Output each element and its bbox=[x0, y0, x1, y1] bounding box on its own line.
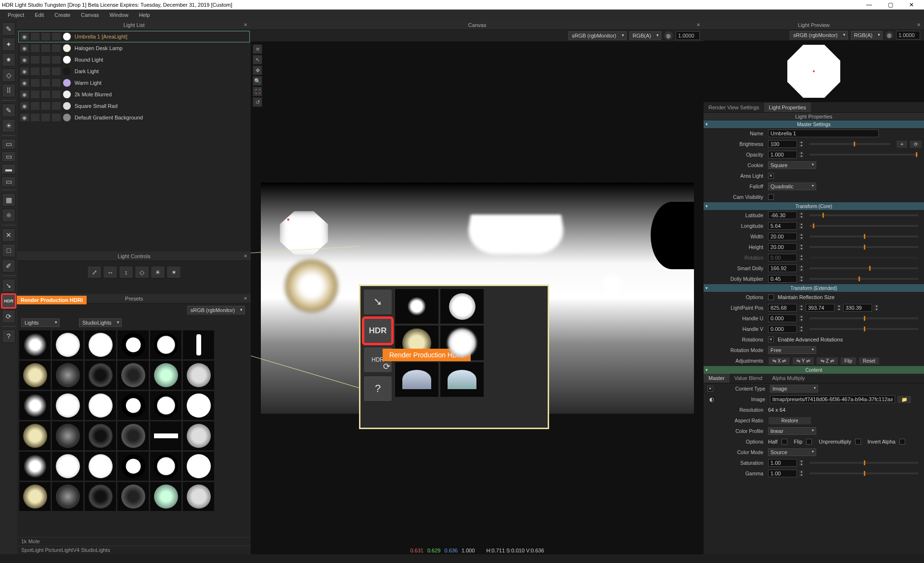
preset-thumb[interactable] bbox=[183, 482, 214, 511]
slider-handle-v[interactable] bbox=[809, 328, 918, 330]
spinner[interactable]: ▴▾ bbox=[799, 244, 804, 250]
subtab-alpha-multiply[interactable]: Alpha Multiply bbox=[767, 373, 809, 383]
callout-thumb[interactable] bbox=[440, 362, 484, 397]
canvas-colorspace-dropdown[interactable]: sRGB (rgbMonitor) bbox=[568, 31, 626, 40]
light-row[interactable]: 2k Mole Blurred bbox=[18, 89, 250, 100]
preset-thumb[interactable] bbox=[85, 330, 116, 359]
preview-channel-dropdown[interactable]: RGB(A) bbox=[851, 31, 883, 39]
close-icon[interactable]: ✕ bbox=[242, 252, 249, 259]
input-image-path[interactable] bbox=[770, 395, 895, 403]
subtab-master[interactable]: Master bbox=[704, 373, 730, 383]
preview-colorspace-dropdown[interactable]: sRGB (rgbMonitor) bbox=[790, 31, 847, 39]
callout-hdr-button[interactable]: HDR bbox=[363, 318, 392, 344]
preset-thumb[interactable] bbox=[19, 391, 51, 420]
tab-light-properties[interactable]: Light Properties bbox=[764, 103, 811, 112]
close-icon[interactable]: ✕ bbox=[242, 295, 249, 301]
browse-folder-icon[interactable]: 📁 bbox=[897, 395, 911, 404]
spinner[interactable]: ▴▾ bbox=[799, 141, 804, 147]
input-lightpaint-z[interactable] bbox=[843, 304, 872, 312]
input-gamma[interactable] bbox=[768, 470, 797, 477]
solo-toggle[interactable] bbox=[30, 79, 40, 87]
slider-opacity[interactable] bbox=[809, 154, 918, 156]
lock-toggle[interactable] bbox=[41, 44, 51, 52]
input-height[interactable] bbox=[768, 243, 797, 251]
lc-scale-icon[interactable]: ✶ bbox=[167, 266, 181, 278]
menu-window[interactable]: Window bbox=[105, 11, 133, 19]
preset-thumb[interactable] bbox=[150, 482, 181, 511]
grid-tool-icon[interactable]: ▦ bbox=[2, 193, 15, 207]
menu-project[interactable]: Project bbox=[3, 11, 29, 19]
window-minimize[interactable]: — bbox=[859, 0, 880, 10]
input-latitude[interactable] bbox=[768, 211, 797, 219]
window-close[interactable]: ✕ bbox=[901, 0, 922, 10]
strip-4-icon[interactable]: ▭ bbox=[1, 176, 16, 187]
visibility-icon[interactable] bbox=[20, 44, 29, 52]
stop-tool-icon[interactable]: □ bbox=[2, 244, 15, 257]
extra-toggle[interactable] bbox=[51, 44, 61, 52]
canvas-exposure-icon[interactable]: ◍ bbox=[664, 31, 673, 40]
strip-3-icon[interactable]: ▬ bbox=[1, 164, 16, 174]
input-smart-dolly[interactable] bbox=[768, 264, 797, 272]
canvas-move-icon[interactable]: ✥ bbox=[253, 65, 262, 75]
preset-thumb[interactable] bbox=[52, 421, 83, 450]
menu-edit[interactable]: Edit bbox=[30, 11, 49, 19]
presets-colorspace-dropdown[interactable]: sRGB (rgbMonitor) bbox=[187, 306, 245, 314]
check-cam-visibility[interactable] bbox=[768, 194, 774, 200]
spinner[interactable]: ▴▾ bbox=[799, 223, 804, 229]
lc-align-v-icon[interactable]: ↕ bbox=[119, 266, 133, 278]
visibility-icon[interactable] bbox=[20, 55, 29, 64]
check-maintain-refl[interactable] bbox=[768, 294, 774, 300]
input-brightness[interactable] bbox=[768, 140, 797, 148]
callout-thumb[interactable] bbox=[440, 289, 484, 324]
extra-toggle[interactable] bbox=[51, 32, 61, 41]
lock-toggle[interactable] bbox=[41, 67, 51, 76]
solo-toggle[interactable] bbox=[30, 67, 40, 76]
light-row[interactable]: Square Small Rad bbox=[18, 100, 250, 112]
slider-smart-dolly[interactable] bbox=[809, 267, 918, 269]
lock-toggle[interactable] bbox=[41, 55, 51, 64]
slider-handle-u[interactable] bbox=[809, 317, 918, 319]
btn-flip[interactable]: Flip bbox=[840, 357, 857, 365]
canvas-pointer-icon[interactable]: ↖ bbox=[253, 55, 262, 65]
menu-help[interactable]: Help bbox=[134, 11, 155, 19]
section-transform-extended[interactable]: ▾Transform (Extended) bbox=[704, 284, 924, 292]
lock-toggle[interactable] bbox=[41, 79, 51, 87]
lock-toggle[interactable] bbox=[41, 32, 51, 41]
solo-toggle[interactable] bbox=[30, 102, 40, 110]
input-width[interactable] bbox=[768, 233, 797, 240]
solo-toggle[interactable] bbox=[30, 44, 40, 52]
section-content[interactable]: ▾Content bbox=[704, 366, 924, 374]
canvas-reset-icon[interactable]: ↺ bbox=[253, 97, 262, 107]
preset-thumb[interactable] bbox=[52, 361, 83, 390]
visibility-icon[interactable] bbox=[20, 102, 29, 110]
extra-toggle[interactable] bbox=[51, 79, 61, 87]
lc-brightness-icon[interactable]: ☀ bbox=[151, 266, 165, 278]
slider-width[interactable] bbox=[809, 236, 918, 237]
preset-thumb[interactable] bbox=[85, 452, 116, 481]
extra-toggle[interactable] bbox=[51, 90, 61, 99]
plus-icon[interactable]: + bbox=[896, 140, 908, 148]
preset-thumb[interactable] bbox=[52, 482, 83, 511]
input-name[interactable] bbox=[768, 130, 879, 137]
input-handle-u[interactable] bbox=[768, 314, 797, 322]
pipette-tool-icon[interactable]: ✎ bbox=[2, 104, 15, 117]
spinner[interactable]: ▴▾ bbox=[799, 315, 804, 322]
canvas-fit-icon[interactable]: ⛶ bbox=[253, 87, 262, 96]
light-row[interactable]: Warm Light bbox=[18, 77, 250, 89]
check-content-type[interactable]: ✕ bbox=[707, 386, 713, 392]
lock-toggle[interactable] bbox=[41, 113, 51, 122]
tab-render-view-settings[interactable]: Render View Settings bbox=[704, 103, 764, 112]
btn-restore[interactable]: Restore bbox=[768, 417, 811, 425]
callout-thumb[interactable] bbox=[395, 289, 438, 324]
preset-thumb[interactable] bbox=[117, 452, 149, 481]
sun-tool-icon[interactable]: ☀ bbox=[2, 119, 15, 132]
refresh-icon[interactable]: ⟳ bbox=[2, 310, 15, 323]
extra-toggle[interactable] bbox=[51, 102, 61, 110]
preset-thumb[interactable] bbox=[183, 361, 214, 390]
preset-thumb[interactable] bbox=[19, 361, 51, 390]
strip-2-icon[interactable]: ▭ bbox=[1, 151, 16, 162]
preset-thumb[interactable] bbox=[85, 482, 116, 511]
canvas-channel-dropdown[interactable]: RGB(A) bbox=[629, 31, 662, 40]
slider-dolly-mult[interactable] bbox=[809, 278, 918, 280]
preset-thumb[interactable] bbox=[19, 482, 51, 511]
